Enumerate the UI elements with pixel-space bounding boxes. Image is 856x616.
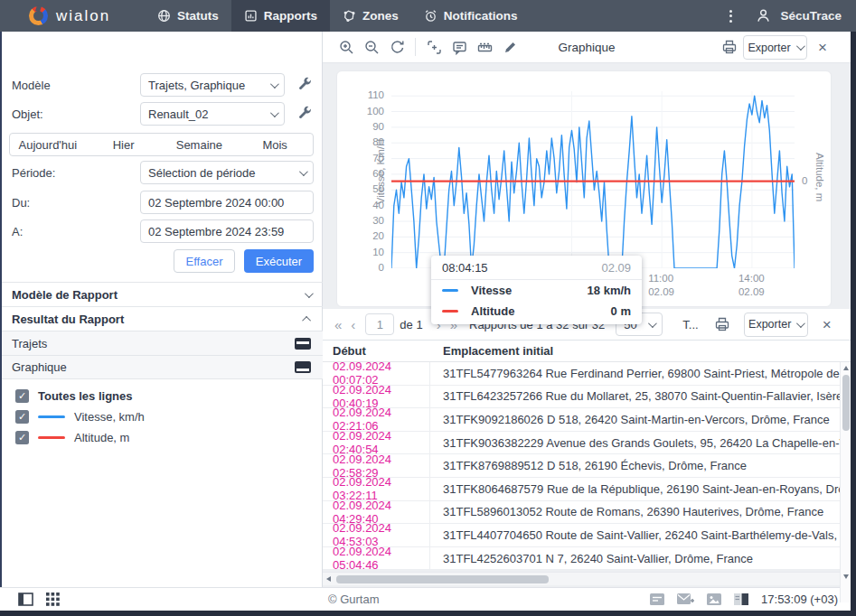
- objet-settings-wrench-icon[interactable]: [297, 106, 313, 121]
- cell-debut[interactable]: 02.09.2024 00:40:19: [323, 386, 430, 408]
- wialon-window: wialon Statuts Rapports Zones Notificati…: [0, 0, 856, 616]
- nav-item-zones[interactable]: Zones: [330, 0, 411, 32]
- table-view-icon[interactable]: [295, 338, 311, 350]
- checkbox-all-lines[interactable]: ✓: [15, 389, 29, 403]
- printer-icon: [714, 316, 730, 332]
- nav-item-notifications[interactable]: Notifications: [411, 0, 531, 32]
- scroll-down-arrow[interactable]: [843, 574, 849, 579]
- grid-icon: [46, 593, 60, 606]
- table-row[interactable]: 02.09.2024 05:04:4631TFL4252603701 N 7, …: [323, 547, 840, 571]
- periode-select[interactable]: Sélection de période: [140, 161, 314, 184]
- section-report-result[interactable]: Resultat du Rapport: [0, 306, 323, 331]
- zoom-in-button[interactable]: [334, 34, 359, 60]
- cell-debut[interactable]: 02.09.2024 05:04:46: [323, 547, 430, 570]
- page-number-input[interactable]: 1: [365, 313, 394, 335]
- cell-debut[interactable]: 02.09.2024 02:58:29: [323, 454, 430, 477]
- table-row[interactable]: 02.09.2024 00:40:1931TFL6423257266 Rue d…: [323, 386, 840, 409]
- vertical-scrollbar[interactable]: [840, 362, 851, 602]
- export-label: Exporter: [748, 42, 790, 54]
- week-button[interactable]: Semaine: [162, 134, 238, 155]
- scroll-left-arrow[interactable]: [326, 576, 331, 582]
- ruler-icon: [477, 40, 493, 55]
- panel-layout-icon: [18, 593, 33, 606]
- table-export-button[interactable]: Exporter: [744, 313, 808, 337]
- tooltip-series-name: Altitude: [471, 304, 514, 318]
- table-row[interactable]: 02.09.2024 03:22:1131TFK8064687579 Rue d…: [323, 478, 840, 501]
- nav-item-rapports[interactable]: Rapports: [231, 0, 330, 32]
- table-row[interactable]: 02.09.2024 02:40:5431TFK9036382229 Avenu…: [323, 432, 840, 455]
- execute-button[interactable]: Exécuter: [244, 249, 314, 273]
- horizontal-scrollbar[interactable]: [323, 572, 851, 585]
- cell-debut[interactable]: 02.09.2024 04:53:03: [323, 524, 430, 546]
- chevron-up-icon: [302, 315, 311, 324]
- draw-button[interactable]: [497, 34, 522, 60]
- table-row[interactable]: 02.09.2024 00:07:0231TFL5477963264 Rue F…: [323, 362, 840, 386]
- nav-item-statuts[interactable]: Statuts: [145, 0, 231, 32]
- objet-select[interactable]: Renault_02: [140, 102, 285, 126]
- cell-debut[interactable]: 02.09.2024 02:21:06: [323, 408, 430, 431]
- measure-button[interactable]: [472, 34, 497, 60]
- checkbox-vitesse[interactable]: ✓: [15, 410, 29, 424]
- table-row[interactable]: 02.09.2024 04:29:4031TFL5896013052 Route…: [323, 501, 840, 525]
- modele-settings-wrench-icon[interactable]: [297, 77, 313, 92]
- cell-debut[interactable]: 02.09.2024 00:07:02: [323, 362, 430, 385]
- y-axis-tick: 0: [357, 262, 384, 273]
- alarm-clock-icon: [424, 9, 437, 23]
- print-chart-button[interactable]: [717, 34, 742, 60]
- cell-debut[interactable]: 02.09.2024 03:22:11: [323, 478, 430, 500]
- table-row[interactable]: 02.09.2024 02:21:0631TFK9092186026 D 518…: [323, 408, 840, 432]
- checkbox-altitude[interactable]: ✓: [15, 431, 29, 444]
- chart-export-button[interactable]: Exporter: [743, 35, 807, 60]
- apps-grid-button[interactable]: [46, 593, 60, 606]
- pencil-icon: [503, 40, 518, 55]
- cell-debut[interactable]: 02.09.2024 02:40:54: [323, 432, 430, 454]
- zoom-out-button[interactable]: [359, 34, 384, 60]
- chevron-down-icon: [270, 79, 279, 89]
- prev-page-button[interactable]: ‹: [346, 317, 360, 332]
- new-message-icon[interactable]: [677, 593, 694, 606]
- annotations-button[interactable]: [447, 34, 472, 60]
- zoom-reset-button[interactable]: [384, 34, 409, 60]
- first-page-button[interactable]: «: [330, 317, 346, 332]
- toggle-sidebar-button[interactable]: [18, 593, 33, 606]
- vitesse-line-swatch: [38, 415, 65, 419]
- scroll-up-arrow[interactable]: [843, 366, 849, 370]
- result-item-graphique[interactable]: Graphique: [0, 355, 323, 379]
- result-item-trajets[interactable]: Trajets: [0, 331, 323, 355]
- close-table-button[interactable]: ×: [823, 317, 832, 332]
- chevron-down-icon: [648, 319, 657, 328]
- cell-debut[interactable]: 02.09.2024 04:29:40: [323, 501, 430, 524]
- date-from-input[interactable]: 02 Septembre 2024 00:00: [140, 191, 314, 214]
- column-header-debut[interactable]: Début: [323, 344, 430, 358]
- vertical-scroll-thumb[interactable]: [842, 375, 850, 431]
- chart-view-icon[interactable]: [295, 361, 311, 373]
- split-view-icon[interactable]: [734, 593, 748, 605]
- yesterday-button[interactable]: Hier: [86, 134, 162, 155]
- periode-label: Période:: [12, 166, 55, 180]
- print-table-button[interactable]: [710, 312, 735, 337]
- chart-plot-area[interactable]: [391, 91, 795, 268]
- horizontal-scroll-thumb[interactable]: [336, 575, 549, 583]
- section-report-template[interactable]: Modèle de Rapport: [0, 282, 323, 306]
- more-menu-icon[interactable]: [724, 10, 738, 23]
- wialon-brand[interactable]: wialon: [0, 6, 145, 25]
- date-to-input[interactable]: 02 Septembre 2024 23:59: [140, 219, 314, 243]
- y-axis-tick: 40: [357, 200, 384, 210]
- zoom-selection-button[interactable]: [421, 34, 447, 60]
- table-row[interactable]: 02.09.2024 02:58:2931TFK8769889512 D 518…: [323, 454, 840, 478]
- clear-button[interactable]: Effacer: [174, 249, 235, 273]
- today-button[interactable]: Aujourd'hui: [10, 134, 86, 155]
- month-button[interactable]: Mois: [237, 134, 313, 155]
- table-row[interactable]: 02.09.2024 04:53:0331TFL4407704650 Route…: [323, 524, 840, 547]
- log-panel-icon[interactable]: [650, 593, 664, 605]
- user-menu[interactable]: SécuTrace: [756, 8, 842, 23]
- cell-emplacement: 31TFK9036382229 Avenue des Grands Goulet…: [430, 436, 840, 450]
- modele-select[interactable]: Trajets, Graphique: [140, 73, 285, 97]
- close-chart-button[interactable]: ×: [818, 40, 827, 55]
- tooltip-time: 08:04:15: [442, 261, 488, 275]
- column-header-emplacement[interactable]: Emplacement initial: [430, 344, 851, 358]
- objet-value: Renault_02: [148, 107, 209, 121]
- altitude-line-swatch: [38, 436, 65, 440]
- media-icon[interactable]: [707, 593, 721, 605]
- statusbar-right: 17:53:09 (+03): [650, 593, 838, 606]
